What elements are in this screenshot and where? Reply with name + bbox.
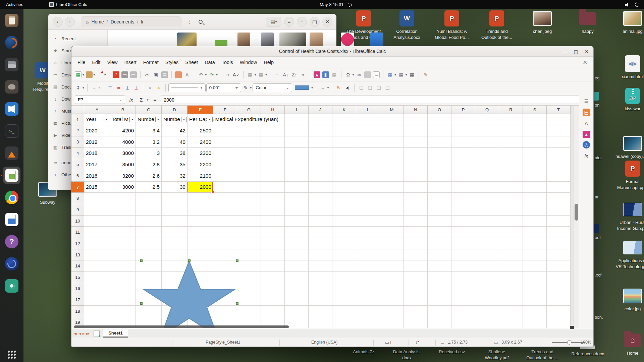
cell-B14[interactable]: [110, 260, 136, 272]
sidebar-settings-icon[interactable]: ☰: [582, 97, 591, 106]
print-preview-icon[interactable]: [130, 71, 137, 78]
cell-G3[interactable]: [237, 136, 261, 148]
cell-B3[interactable]: 4000: [110, 136, 136, 148]
cell-L13[interactable]: [356, 249, 380, 261]
cell-B6[interactable]: 3200: [110, 170, 136, 182]
freeze-panes-icon[interactable]: [386, 71, 394, 79]
fill-color-icon[interactable]: [293, 84, 311, 92]
star-shape[interactable]: [141, 260, 237, 328]
cell-N3[interactable]: [404, 136, 428, 148]
cell-P7[interactable]: [451, 182, 475, 193]
cell-B11[interactable]: [110, 227, 136, 238]
file-thumbnail-portrait-photo[interactable]: [237, 33, 250, 47]
zoom-level-label[interactable]: 100%: [581, 340, 591, 345]
navigator-deck-icon[interactable]: ◎: [583, 141, 590, 148]
send-to-back-icon[interactable]: [383, 84, 391, 92]
cell-G6[interactable]: [237, 170, 261, 182]
cell-E5[interactable]: 2200: [187, 159, 213, 171]
cell-G7[interactable]: [237, 182, 261, 193]
increase-width-button[interactable]: +: [235, 85, 238, 90]
cell-B2[interactable]: 4200: [110, 125, 136, 137]
send-backward-icon[interactable]: [375, 84, 383, 92]
sum-dropdown[interactable]: ▾: [147, 98, 149, 102]
line-color-icon[interactable]: [242, 84, 250, 92]
activities-button[interactable]: Activities: [6, 2, 23, 7]
row-header-15[interactable]: 15: [71, 272, 84, 283]
row-header-14[interactable]: 14: [71, 260, 84, 272]
column-header-L[interactable]: L: [356, 106, 380, 114]
insert-frame-icon[interactable]: [330, 71, 338, 79]
special-character-dropdown[interactable]: ▾: [353, 73, 354, 76]
dock-item-libreoffice-writer[interactable]: [3, 211, 20, 228]
cell-F13[interactable]: [213, 249, 237, 261]
bring-forward-icon[interactable]: [366, 84, 374, 92]
row-header-17[interactable]: 17: [71, 294, 84, 306]
cell-B16[interactable]: [110, 283, 136, 295]
cell-O4[interactable]: [428, 148, 451, 159]
cell-H10[interactable]: [261, 216, 285, 227]
cell-S18[interactable]: [523, 306, 547, 317]
cell-S19[interactable]: [523, 317, 547, 328]
selection-handle[interactable]: [236, 302, 238, 305]
cell-T12[interactable]: [547, 238, 571, 249]
anchor-icon[interactable]: [74, 84, 82, 92]
new-dropdown[interactable]: ▾: [83, 73, 84, 76]
cell-H14[interactable]: [261, 260, 285, 272]
cell-G10[interactable]: [237, 216, 261, 227]
cell-S15[interactable]: [523, 272, 547, 283]
cell-L16[interactable]: [356, 283, 380, 295]
cell-G4[interactable]: [237, 148, 261, 159]
selection-handle[interactable]: [140, 259, 143, 262]
back-button[interactable]: ‹: [53, 17, 63, 27]
file-thumbnail-green-sheet-doc[interactable]: [215, 33, 227, 47]
cell-A14[interactable]: [84, 260, 110, 272]
cell-R10[interactable]: [499, 216, 523, 227]
cell-T19[interactable]: [547, 317, 571, 328]
cell-S9[interactable]: [523, 204, 547, 216]
cell-P15[interactable]: [451, 272, 475, 283]
cell-O5[interactable]: [428, 159, 451, 171]
cell-S13[interactable]: [523, 249, 547, 261]
dock-item-help[interactable]: ?: [3, 233, 20, 250]
next-sheet-icon[interactable]: ▸: [83, 331, 84, 336]
selection-handle[interactable]: [188, 259, 191, 262]
cell-Q10[interactable]: [475, 216, 499, 227]
cell-L14[interactable]: [356, 260, 380, 272]
autofilter-button-D1[interactable]: ▼: [181, 117, 187, 122]
row-header-8[interactable]: 8: [71, 193, 84, 204]
cell-A8[interactable]: [84, 193, 110, 204]
column-header-Q[interactable]: Q: [475, 106, 499, 114]
sort-descending-icon[interactable]: [290, 71, 299, 79]
cell-T11[interactable]: [547, 227, 571, 238]
zoom-slider-knob[interactable]: [567, 340, 572, 345]
cell-R19[interactable]: [499, 317, 523, 328]
breadcrumb-home[interactable]: Home: [91, 19, 104, 24]
save-dropdown[interactable]: ▾: [104, 73, 106, 76]
cell-R7[interactable]: [499, 182, 523, 193]
sort-ascending-icon[interactable]: [282, 71, 290, 79]
insert-image-icon[interactable]: [314, 71, 320, 78]
cell-G18[interactable]: [237, 306, 261, 317]
align-objects-icon[interactable]: [90, 84, 98, 92]
cell-I18[interactable]: [285, 306, 309, 317]
cell-K4[interactable]: [332, 148, 356, 159]
cell-C8[interactable]: [136, 193, 162, 204]
cell-J13[interactable]: [309, 249, 332, 261]
cell-D13[interactable]: [162, 249, 187, 261]
cell-G12[interactable]: [237, 238, 261, 249]
cell-A3[interactable]: 2019: [84, 136, 110, 148]
cell-R9[interactable]: [499, 204, 523, 216]
cell-T8[interactable]: [547, 193, 571, 204]
menu-file[interactable]: File: [74, 58, 89, 67]
breadcrumb-current-folder[interactable]: li: [141, 19, 143, 24]
cell-R6[interactable]: [499, 170, 523, 182]
cell-Q18[interactable]: [475, 306, 499, 317]
comment-icon[interactable]: [364, 71, 371, 78]
cell-N6[interactable]: [404, 170, 428, 182]
system-tray[interactable]: [625, 2, 639, 7]
cell-J9[interactable]: [309, 204, 332, 216]
cell-L11[interactable]: [356, 227, 380, 238]
cell-F6[interactable]: [213, 170, 237, 182]
cell-M6[interactable]: [380, 170, 404, 182]
cell-G13[interactable]: [237, 249, 261, 261]
